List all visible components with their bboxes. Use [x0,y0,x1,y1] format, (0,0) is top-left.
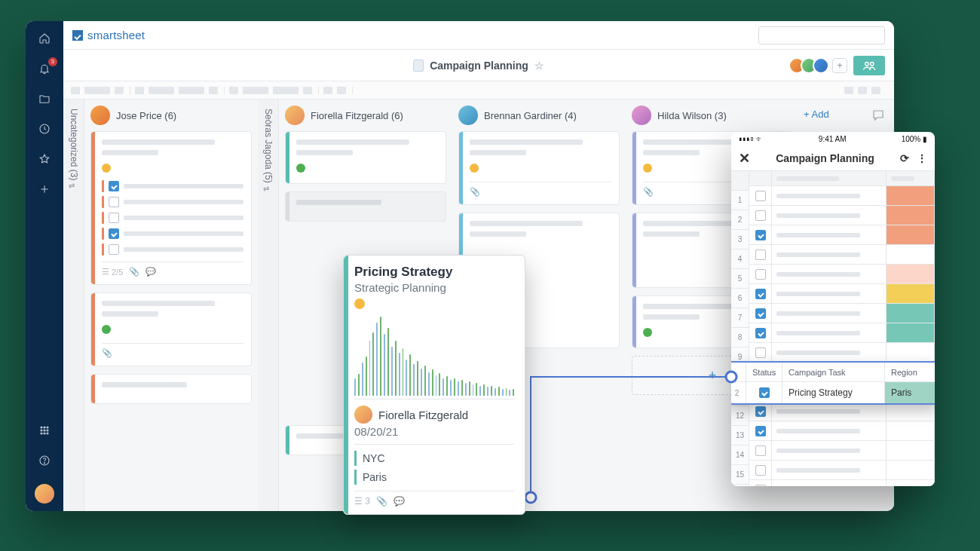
hl-region: Paris [885,382,935,403]
home-icon[interactable] [38,32,51,45]
mobile-time: 9:41 AM [819,135,847,143]
svg-point-2 [44,427,45,428]
card[interactable] [90,374,252,404]
attachment-icon: 📎 [470,187,480,197]
svg-point-4 [41,430,42,431]
sheet-icon [413,60,424,72]
popup-tag: Paris [354,470,514,485]
mobile-col-region [887,171,935,486]
card[interactable]: 📎 [90,292,252,366]
mobile-statusbar: ▮▮▮▯ ᯤ 9:41 AM 100% ▮ [731,132,935,145]
hl-head-num [731,363,746,381]
mobile-col-task [772,171,887,486]
mobile-header: ✕ Campaign Planning ⟳ ⋮ [731,145,935,171]
card[interactable] [285,191,446,222]
lane-header[interactable]: Hilda Wilson (3) [632,99,793,131]
add-icon[interactable] [38,182,51,196]
popup-owner: Fiorella Fitzgerald [354,406,514,424]
brand-logo[interactable]: smartsheet [72,29,145,41]
close-icon[interactable]: ✕ [739,150,750,167]
svg-point-8 [44,433,45,434]
mobile-title: Campaign Planning [776,152,874,164]
card[interactable] [285,131,446,184]
lane-jose: Jose Price (6) [84,99,258,511]
notification-badge: 3 [48,57,57,66]
uncategorized-label: Uncategorized (3) [69,109,79,180]
mobile-preview: ▮▮▮▯ ᯤ 9:41 AM 100% ▮ ✕ Campaign Plannin… [731,132,935,486]
collapsed-lane[interactable]: Seòras Jagoda (5) ⇄ [258,99,279,511]
avatar [354,406,372,424]
recents-icon[interactable] [38,122,51,136]
comment-icon: 💬 [394,496,405,507]
attachment-icon: 📎 [129,267,139,277]
lane-header[interactable]: Jose Price (6) [90,99,252,131]
account-avatar[interactable] [35,484,54,504]
svg-point-6 [47,430,48,431]
browse-icon[interactable] [38,92,51,106]
checklist-count-icon: ☰ 2/5 [102,267,123,277]
svg-point-1 [41,427,42,428]
page-title: Campaign Planning [430,60,528,72]
lane-title: Jose Price (6) [116,110,176,121]
popup-chart [354,317,514,399]
checklist-icon: ☰ 3 [354,496,370,507]
mobile-row-numbers: 12345678910111213141516 [731,171,749,486]
popup-title: Pricing Strategy [354,265,514,280]
popup-date: 08/20/21 [354,425,514,445]
attachment-icon: 📎 [643,187,654,197]
help-icon[interactable] [38,454,51,467]
avatar [90,106,110,125]
lane-title: Hilda Wilson (3) [657,110,727,121]
swap-icon: ⇄ [69,182,79,190]
hl-head-task: Campaign Task [782,363,885,381]
lane-header[interactable]: Fiorella Fitzgerald (6) [285,99,446,131]
top-bar: smartsheet [63,21,894,50]
comment-icon [871,109,885,122]
refresh-icon[interactable]: ⟳ [900,152,909,164]
avatar [632,106,651,125]
format-toolbar [63,81,894,99]
hl-task: Pricing Strategy [782,382,885,403]
mobile-highlighted-row[interactable]: Status Campaign Task Region 2 Pricing St… [731,361,935,405]
comment-icon: 💬 [145,267,156,277]
avatar [458,106,478,125]
popup-subtitle: Strategic Planning [354,281,514,294]
svg-point-7 [41,433,42,434]
avatar [285,106,305,125]
app-launcher-icon[interactable] [38,424,51,437]
svg-point-11 [44,463,44,464]
lane-title: Brennan Gardiner (4) [484,110,577,121]
favorites-icon[interactable] [38,152,51,166]
svg-point-9 [47,433,48,434]
card[interactable]: 📎 [458,131,620,205]
card-detail-popup[interactable]: Pricing Strategy Strategic Planning Fior… [343,255,525,515]
notifications-icon[interactable]: 3 [38,62,51,75]
title-row: Campaign Planning ☆ + [63,50,894,81]
attachment-icon: 📎 [376,496,387,507]
add-lane-label: + Add [804,109,829,120]
svg-point-13 [865,62,869,66]
popup-tag: NYC [354,451,514,466]
more-collaborators-icon[interactable]: + [832,58,847,73]
lane-header[interactable]: Brennan Gardiner (4) [458,99,620,131]
avatar [813,57,829,74]
search-field[interactable] [764,29,880,41]
more-icon[interactable]: ⋮ [917,152,927,164]
hl-head-status: Status [746,363,782,381]
mobile-battery: 100% ▮ [902,135,927,143]
svg-point-5 [44,430,45,431]
search-input[interactable] [758,26,885,44]
collapsed-lane-label: Seòras Jagoda (5) [263,109,274,183]
lane-title: Fiorella Fitzgerald (6) [311,110,403,121]
hl-head-region: Region [885,363,935,381]
swap-icon: ⇄ [263,185,274,193]
signal-icon: ▮▮▮▯ ᯤ [739,135,764,143]
uncategorized-lane[interactable]: Uncategorized (3) ⇄ [63,99,84,511]
checkbox-icon[interactable] [759,387,770,398]
share-button[interactable] [853,56,885,75]
collaborator-avatars[interactable]: + [789,57,847,74]
svg-point-3 [47,427,48,428]
card[interactable]: ☰ 2/5 📎 💬 [90,131,252,285]
attachment-icon: 📎 [102,348,112,358]
favorite-toggle-icon[interactable]: ☆ [534,60,544,72]
